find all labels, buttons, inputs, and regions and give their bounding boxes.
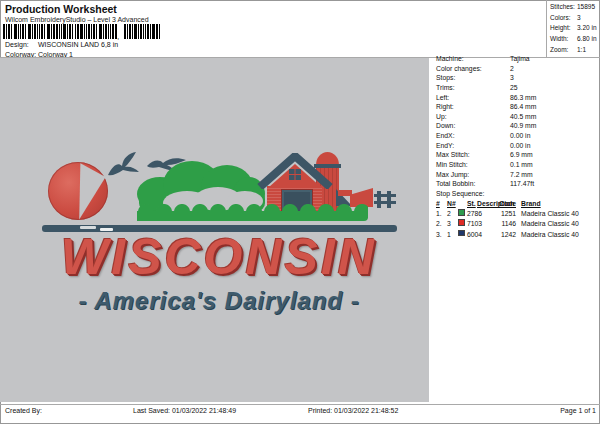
col-code: Code: [494, 199, 516, 209]
info-row: Right:86.4 mm: [436, 102, 598, 112]
svg-text:,: ,: [117, 32, 119, 40]
info-value: 0.1 mm: [510, 161, 533, 168]
colors-value: 3: [577, 14, 581, 21]
info-value: 0.00 in: [510, 142, 530, 149]
machine-info-panel: Machine:Tajima Color changes:2 Stops:3 T…: [436, 54, 598, 189]
info-label: Min Stitch:: [436, 160, 510, 170]
table-row: 2. 3 7103 1146 Madeira Classic 40: [436, 219, 598, 229]
width-label: Width:: [550, 34, 577, 45]
info-label: EndY:: [436, 141, 510, 151]
design-value: WISCONSIN LAND 6,8 in: [38, 41, 118, 48]
info-value: 3: [510, 74, 514, 81]
col-stitches: St.: [467, 199, 476, 209]
table-row: 3. 1 6004 1242 Madeira Classic 40: [436, 230, 598, 240]
stop-sequence-header: # N# St. Description Code Brand: [436, 199, 598, 209]
cell-num: 3.: [436, 230, 442, 240]
barn-roof: [257, 153, 333, 189]
cell-needle: 1: [447, 230, 451, 240]
cell-stitches: 6004: [467, 230, 482, 240]
info-row: Max Jump:7.2 mm: [436, 170, 598, 180]
summary-row-width: Width:6.80 in: [550, 34, 600, 45]
info-value: 6.9 mm: [510, 151, 533, 158]
ground-base: [137, 211, 368, 221]
info-value: 86.3 mm: [510, 94, 536, 101]
zoom-value: 1:1: [577, 46, 586, 53]
info-label: Right:: [436, 102, 510, 112]
info-row: Machine:Tajima: [436, 54, 598, 64]
info-row: Stops:3: [436, 73, 598, 83]
page-number: Page 1 of 1: [560, 407, 596, 414]
cell-needle: 3: [447, 219, 451, 229]
cell-brand: Madeira Classic 40: [521, 209, 579, 219]
info-value: 2: [510, 65, 514, 72]
ground-scallop: [137, 204, 368, 221]
info-label: Trims:: [436, 83, 510, 93]
info-row: Max Stitch:6.9 mm: [436, 150, 598, 160]
color-swatch: [458, 219, 465, 226]
production-worksheet-page: Production Worksheet Wilcom EmbroiderySt…: [0, 0, 600, 424]
stitches-label: Stitches:: [550, 2, 577, 13]
info-label: Up:: [436, 112, 510, 122]
height-label: Height:: [550, 23, 577, 34]
cell-stitches: 7103: [467, 219, 482, 229]
design-preview-area: WISCONSIN - America's Dairyland -: [0, 58, 429, 402]
last-saved-label: Last Saved: 01/03/2022 21:48:49: [133, 407, 236, 414]
barn-beam: [338, 190, 352, 196]
info-row: Left:86.3 mm: [436, 93, 598, 103]
color-swatch: [458, 209, 465, 216]
info-label: Max Jump:: [436, 170, 510, 180]
sun-icon: [48, 162, 108, 220]
info-value: 0.00 in: [510, 132, 530, 139]
info-label: Machine:: [436, 54, 510, 64]
info-row: Trims:25: [436, 83, 598, 93]
wordmark-text: WISCONSIN: [34, 231, 404, 284]
cell-brand: Madeira Classic 40: [521, 219, 579, 229]
stop-sequence-title: Stop Sequence:: [436, 189, 598, 199]
info-row: Down:40.9 mm: [436, 121, 598, 131]
footer-divider: [0, 404, 600, 405]
cell-brand: Madeira Classic 40: [521, 230, 579, 240]
info-label: Color changes:: [436, 64, 510, 74]
fence-rail: [374, 201, 396, 204]
info-label: Max Stitch:: [436, 150, 510, 160]
summary-row-height: Height:3.20 in: [550, 23, 600, 34]
fence-icon: [374, 191, 396, 208]
info-label: EndX:: [436, 131, 510, 141]
page-title: Production Worksheet: [5, 3, 117, 15]
col-num: #: [436, 199, 440, 209]
col-needle: N#: [447, 199, 456, 209]
info-label: Stops:: [436, 73, 510, 83]
info-value: Tajima: [510, 55, 530, 62]
info-label: Down:: [436, 121, 510, 131]
color-swatch: [458, 230, 465, 237]
info-value: 117.47ft: [510, 180, 534, 187]
info-row: Up:40.5 mm: [436, 112, 598, 122]
info-row: Color changes:2: [436, 64, 598, 74]
cell-code: 1146: [494, 219, 516, 229]
info-row: Min Stitch:0.1 mm: [436, 160, 598, 170]
tagline-text: - America's Dairyland -: [34, 287, 404, 315]
design-name-row: Design:WISCONSIN LAND 6,8 in: [5, 41, 118, 48]
barcode-icon: ,: [3, 24, 161, 40]
info-label: Total Bobbin:: [436, 179, 510, 189]
info-value: 86.4 mm: [510, 103, 536, 110]
height-value: 3.20 in: [577, 24, 597, 31]
info-value: 40.5 mm: [510, 113, 536, 120]
table-row: 1. 2 2786 1251 Madeira Classic 40: [436, 209, 598, 219]
colors-label: Colors:: [550, 13, 577, 24]
info-row: EndX:0.00 in: [436, 131, 598, 141]
stop-sequence-table: Stop Sequence: # N# St. Description Code…: [436, 189, 598, 240]
design-label: Design:: [5, 41, 38, 48]
info-value: 7.2 mm: [510, 171, 533, 178]
cell-needle: 2: [447, 209, 451, 219]
printed-label: Printed: 01/03/2022 21:48:52: [308, 407, 398, 414]
cell-num: 1.: [436, 209, 442, 219]
cell-num: 2.: [436, 219, 442, 229]
created-by-label: Created By:: [5, 407, 42, 414]
summary-row-colors: Colors:3: [550, 13, 600, 24]
design-summary-box: Stitches:15895 Colors:3 Height:3.20 in W…: [546, 0, 600, 58]
info-row: Total Bobbin:117.47ft: [436, 179, 598, 189]
cell-stitches: 2786: [467, 209, 482, 219]
info-value: 40.9 mm: [510, 122, 536, 129]
cell-code: 1251: [494, 209, 516, 219]
